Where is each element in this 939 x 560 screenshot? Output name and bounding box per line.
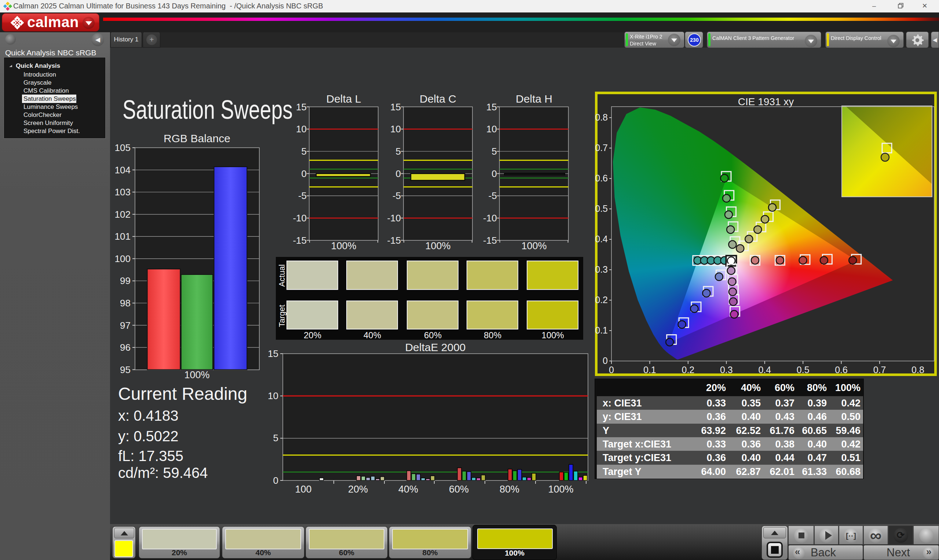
svg-text:10: 10 (296, 123, 307, 134)
svg-text:0: 0 (609, 365, 614, 375)
svg-text:103: 103 (115, 186, 131, 197)
svg-text:CIE 1931 xy: CIE 1931 xy (738, 96, 794, 108)
svg-text:40%: 40% (398, 484, 418, 495)
svg-text:5: 5 (492, 146, 496, 157)
svg-text:0.1: 0.1 (643, 365, 656, 375)
svg-text:DeltaE 2000: DeltaE 2000 (405, 341, 466, 353)
svg-text:101: 101 (115, 231, 131, 242)
svg-text:0.7: 0.7 (595, 143, 608, 153)
svg-text:100%: 100% (331, 240, 356, 251)
svg-text:-10: -10 (387, 212, 401, 223)
svg-text:5: 5 (302, 146, 307, 157)
svg-text:100: 100 (115, 253, 131, 264)
svg-text:99: 99 (120, 275, 131, 286)
svg-text:5: 5 (273, 432, 278, 443)
svg-text:0: 0 (492, 168, 496, 179)
svg-text:0.5: 0.5 (595, 203, 608, 214)
svg-text:15: 15 (296, 102, 307, 112)
svg-text:-5: -5 (488, 190, 496, 201)
svg-text:0.6: 0.6 (595, 173, 608, 183)
svg-text:20%: 20% (348, 484, 368, 495)
svg-text:Delta L: Delta L (326, 93, 361, 105)
svg-text:60%: 60% (449, 484, 469, 495)
svg-text:10: 10 (390, 123, 401, 134)
svg-text:-15: -15 (387, 235, 401, 246)
svg-text:0.6: 0.6 (835, 365, 848, 375)
svg-text:100%: 100% (521, 240, 547, 251)
svg-text:0.4: 0.4 (595, 234, 608, 244)
svg-text:5: 5 (396, 146, 401, 157)
svg-text:RGB Balance: RGB Balance (163, 132, 230, 145)
svg-text:-10: -10 (293, 212, 307, 223)
svg-text:-5: -5 (298, 190, 307, 201)
svg-text:10: 10 (268, 390, 278, 401)
svg-text:102: 102 (115, 209, 131, 220)
svg-text:100%: 100% (548, 484, 573, 495)
svg-text:-10: -10 (483, 212, 497, 223)
svg-text:0.2: 0.2 (682, 365, 695, 375)
svg-text:15: 15 (268, 348, 278, 359)
svg-text:105: 105 (115, 142, 131, 153)
svg-text:100: 100 (295, 484, 311, 495)
svg-text:0.8: 0.8 (911, 365, 924, 375)
svg-text:0: 0 (603, 355, 608, 366)
svg-text:0.8: 0.8 (595, 112, 608, 122)
svg-text:-5: -5 (392, 190, 401, 201)
svg-text:0: 0 (302, 168, 307, 179)
svg-text:100%: 100% (184, 369, 210, 380)
svg-text:80%: 80% (500, 484, 520, 495)
svg-text:0.5: 0.5 (797, 365, 809, 375)
svg-text:95: 95 (120, 364, 131, 375)
svg-text:0.4: 0.4 (758, 365, 771, 375)
svg-text:0: 0 (396, 168, 401, 179)
svg-text:-15: -15 (293, 235, 307, 246)
svg-text:104: 104 (115, 165, 131, 175)
svg-text:-15: -15 (483, 235, 497, 246)
svg-text:0: 0 (273, 475, 278, 486)
svg-text:Delta C: Delta C (419, 93, 456, 105)
svg-text:0.1: 0.1 (595, 325, 608, 335)
svg-text:0.2: 0.2 (595, 295, 608, 305)
svg-text:15: 15 (390, 102, 401, 112)
svg-text:97: 97 (120, 320, 131, 331)
svg-text:96: 96 (120, 342, 131, 353)
svg-text:98: 98 (120, 298, 131, 309)
svg-text:10: 10 (486, 123, 497, 134)
svg-text:Delta H: Delta H (516, 93, 552, 105)
svg-text:15: 15 (486, 102, 497, 112)
svg-text:0.7: 0.7 (873, 365, 886, 375)
svg-text:100%: 100% (425, 240, 450, 251)
svg-text:0.3: 0.3 (720, 365, 733, 375)
svg-text:0.3: 0.3 (595, 264, 608, 274)
